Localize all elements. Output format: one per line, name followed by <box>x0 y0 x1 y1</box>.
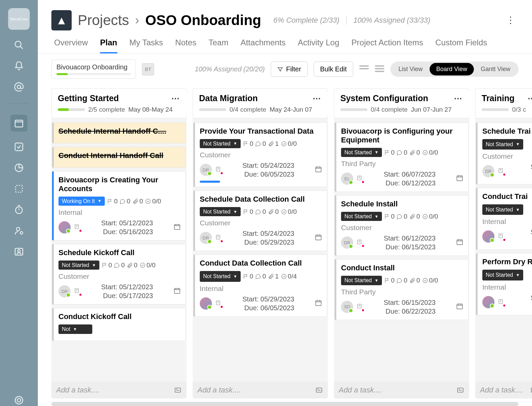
breadcrumb-root[interactable]: Projects <box>78 12 129 28</box>
task-card[interactable]: Bivouacorp is Creating Your Accounts Wor… <box>52 171 186 241</box>
status-badge[interactable]: Not Started▼ <box>200 271 241 281</box>
tab-custom-fields[interactable]: Custom Fields <box>435 38 487 53</box>
mentions-icon[interactable] <box>13 81 25 93</box>
project-icon: ▲ <box>51 10 72 30</box>
filter-button[interactable]: Filter <box>271 62 307 77</box>
search-icon[interactable] <box>13 39 25 51</box>
bulk-edit-button[interactable]: Bulk Edit <box>314 62 353 77</box>
tab-my-tasks[interactable]: My Tasks <box>129 38 163 53</box>
svg-point-8 <box>17 227 20 231</box>
task-card[interactable]: Bivouacorp is Configuring your Equipment… <box>335 122 468 192</box>
status-badge[interactable]: Not Started▼ <box>200 139 241 148</box>
calendar-icon[interactable] <box>456 302 463 311</box>
status-badge[interactable]: Not Started▼ <box>341 212 382 221</box>
task-card[interactable]: Provide Your Transactional Data Not Star… <box>193 122 327 187</box>
task-card[interactable]: Schedule Trai Not Started▼ Customer DR S… <box>476 122 532 184</box>
column-menu-icon[interactable]: ⋯ <box>171 94 180 103</box>
calendar-icon[interactable] <box>173 287 181 296</box>
column-menu-icon[interactable]: ⋯ <box>313 94 321 103</box>
avatar[interactable] <box>200 297 212 310</box>
tab-activity-log[interactable]: Activity Log <box>298 38 339 53</box>
column-menu-icon[interactable]: ⋯ <box>454 94 463 103</box>
card-dates: Start: 05/29/2023Due: 06/05/2023 <box>242 295 294 312</box>
calendar-icon[interactable] <box>456 238 463 247</box>
reports-icon[interactable] <box>13 162 25 174</box>
list-view-button[interactable]: List View <box>392 63 430 75</box>
notifications-icon[interactable] <box>13 60 25 72</box>
more-menu-icon[interactable]: ⋯ <box>505 13 516 28</box>
status-badge[interactable]: Not Started▼ <box>482 204 523 215</box>
card-dates: Start: 05/24/2023Due: 06/05/2023 <box>242 161 294 179</box>
task-card[interactable]: Schedule Install Not Started▼0 0 0 0/0 C… <box>335 195 468 256</box>
tab-team[interactable]: Team <box>209 38 228 53</box>
avatar[interactable]: SD <box>341 301 353 313</box>
avatar[interactable]: DR <box>58 285 71 297</box>
avatar[interactable] <box>58 221 71 233</box>
help-icon[interactable] <box>13 394 25 406</box>
user-settings-icon[interactable] <box>13 225 25 236</box>
card-title: Conduct Kickoff Call <box>58 312 181 321</box>
task-card[interactable]: Conduct Data Collection Call Not Started… <box>193 254 327 316</box>
svg-point-24 <box>282 209 286 214</box>
org-logo[interactable]: BivuaCorp <box>8 8 30 30</box>
tab-project-action-items[interactable]: Project Action Items <box>352 38 423 53</box>
add-task-input[interactable]: Add a task.... <box>51 382 187 399</box>
board-view-button[interactable]: Board View <box>430 63 474 75</box>
status-badge[interactable]: Not Started▼ <box>341 276 382 285</box>
status-badge[interactable]: Not Started▼ <box>58 261 99 270</box>
tab-notes[interactable]: Notes <box>175 38 196 53</box>
note-icon <box>497 233 505 240</box>
list-style-icon[interactable] <box>375 65 384 73</box>
task-card[interactable]: Conduct Install Not Started▼0 0 0 0/0 Th… <box>335 259 468 320</box>
contacts-icon[interactable] <box>13 246 25 257</box>
add-task-input[interactable]: Add a task.... <box>334 382 469 399</box>
projects-icon[interactable] <box>10 115 27 132</box>
templates-icon[interactable] <box>13 183 25 195</box>
calendar-icon[interactable] <box>315 233 322 242</box>
avatar[interactable]: DR <box>200 232 212 244</box>
avatar[interactable]: DR <box>341 236 353 249</box>
status-badge[interactable]: Not Started▼ <box>482 270 523 280</box>
task-card[interactable]: Schedule Kickoff Call Not Started▼0 0 0 … <box>52 244 186 304</box>
status-badge[interactable]: Not Started▼ <box>200 207 241 216</box>
column-title: Training <box>482 93 514 103</box>
status-badge[interactable]: Not Started▼ <box>341 148 382 157</box>
milestone-chip[interactable]: Bivouacorp Onboarding <box>51 60 136 79</box>
avatar[interactable] <box>482 230 494 243</box>
tab-attachments[interactable]: Attachments <box>241 38 286 53</box>
add-task-input[interactable]: Add a task.... <box>193 382 328 399</box>
milestone-owner-avatar[interactable]: BT <box>142 63 154 75</box>
task-card[interactable]: Schedule Data Collection Call Not Starte… <box>193 190 327 251</box>
flag-icon: 0 <box>384 277 395 284</box>
tab-overview[interactable]: Overview <box>54 38 88 53</box>
timer-icon[interactable] <box>13 204 25 216</box>
task-card[interactable]: Conduct Internal Handoff Call <box>52 147 186 168</box>
status-badge[interactable]: Working On It▼ <box>58 197 105 206</box>
status-badge[interactable]: Not Started▼ <box>482 139 523 150</box>
svg-point-12 <box>15 397 23 404</box>
avatar[interactable]: EL <box>341 173 353 185</box>
calendar-icon[interactable] <box>315 165 322 174</box>
card-title: Provide Your Transactional Data <box>200 127 322 136</box>
tab-plan[interactable]: Plan <box>100 38 117 53</box>
calendar-icon[interactable] <box>315 299 322 308</box>
avatar[interactable]: DR <box>200 164 212 176</box>
task-card[interactable]: Conduct Trai Not Started▼ Internal StD <box>476 188 532 250</box>
gantt-view-button[interactable]: Gantt View <box>474 63 517 75</box>
status-badge[interactable]: Not▼ <box>58 324 92 334</box>
task-card[interactable]: Conduct Kickoff Call Not▼ <box>52 308 186 341</box>
calendar-icon[interactable] <box>173 223 181 232</box>
add-task-input[interactable]: Add a task.... <box>475 382 532 399</box>
svg-rect-20 <box>175 388 181 392</box>
compact-view-icon[interactable] <box>359 65 369 73</box>
horizontal-scrollbar[interactable] <box>51 402 518 406</box>
avatar[interactable]: DR <box>482 165 494 177</box>
task-card[interactable]: Perform Dry R Not Started▼ Internal StD <box>476 253 532 315</box>
task-card[interactable]: Schedule Internal Handoff C.... <box>52 122 186 143</box>
avatar[interactable] <box>482 296 494 308</box>
tasks-icon[interactable] <box>13 141 25 153</box>
column-menu-icon[interactable]: ⋯ <box>528 94 532 103</box>
note-icon <box>73 288 81 295</box>
calendar-icon[interactable] <box>456 174 463 183</box>
flag-icon: 0 <box>384 213 395 220</box>
